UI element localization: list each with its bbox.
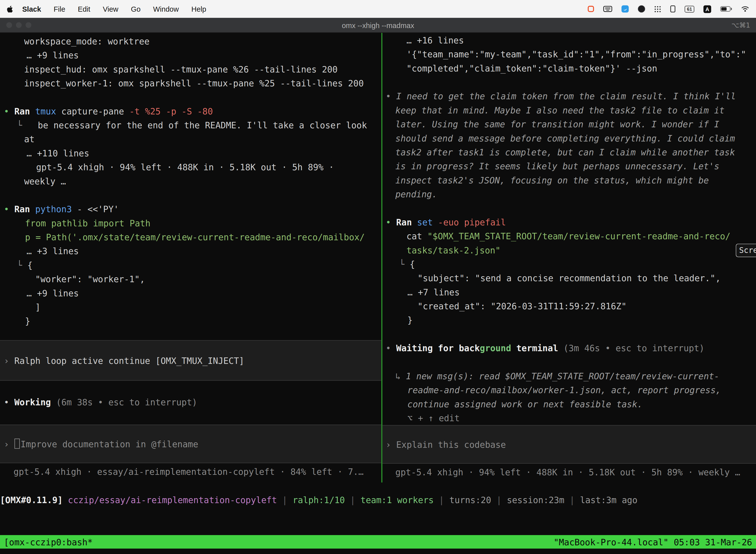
terminal-line: inspect_hud: omx sparkshell --tmux-pane … [0,62,381,76]
tmux-panes: workspace_mode: worktree… +9 linesinspec… [0,33,756,483]
minimize-button[interactable] [16,22,21,28]
terminal-line: • Ran tmux capture-pane -t %25 -p -S -80 [0,104,381,118]
terminal-line [382,75,756,89]
terminal-line: later. Using the same for transition mig… [382,117,756,131]
terminal-line: } [0,314,381,328]
terminal-line: • I need to get the claim token from the… [382,89,756,103]
omx-hud-status-line: [OMX#0.11.9] cczip/essay/ai-reimplementa… [0,493,756,507]
terminal-line: p = Path('.omx/state/team/review-current… [0,230,381,244]
menubar-status-icons: 61 A [588,5,749,13]
menu-edit[interactable]: Edit [78,5,90,13]
terminal-line: task2 after task1 is complete, but can I… [382,145,756,159]
terminal-line: gpt-5.4 xhigh · 94% left · 488K in · 5.1… [0,160,381,174]
terminal-line: weekly … [0,174,381,188]
terminal-line: "created_at": "2026-03-31T11:59:27.816Z" [382,299,756,313]
terminal-app-icon[interactable] [638,5,645,12]
close-button[interactable] [6,22,12,28]
tmux-status-bar: [omx-cczip0:bash* "MacBook-Pro-44.local"… [0,535,756,549]
terminal-line: tasks/task-2.json" [382,243,756,257]
menu-view[interactable]: View [103,5,119,13]
menu-go[interactable]: Go [131,5,141,13]
terminal-line [0,90,381,104]
menu-window[interactable]: Window [153,5,179,13]
input-source-icon[interactable]: A [703,5,711,13]
menu-file[interactable]: File [54,5,65,13]
terminal-line: ↳ 1 new msg(s): read $OMX_TEAM_STATE_ROO… [382,369,756,383]
terminal-line: ] [0,300,381,314]
terminal-line: inspect_worker-1: omx sparkshell --tmux-… [0,76,381,90]
terminal-line: • Ran set -euo pipefail [382,215,756,229]
composer-input-right[interactable]: › Explain this codebase [382,425,756,464]
terminal-line: … +3 lines [0,244,381,258]
composer-text-left: › Improve documentation in @filename [0,437,381,451]
active-app-menu[interactable]: Slack [22,5,41,13]
terminal-line [382,355,756,369]
terminal-line: continue assigned work or next feasible … [382,397,756,411]
terminal-line: └ { [382,257,756,271]
window-shortcut-hint: ⌥⌘1 [732,21,750,29]
terminal-line: is in progress? It seems likely but perh… [382,159,756,173]
terminal-line: … +7 lines [382,285,756,299]
window-titlebar: omx --xhigh --madmax ⌥⌘1 [0,18,756,33]
screen: Slack File Edit View Go Window Help [0,0,756,554]
terminal-line: "subject": "send a concise recommendatio… [382,271,756,285]
terminal-line: } [382,313,756,327]
terminal-line [382,327,756,341]
banner-line: › Ralph loop active continue [OMX_TMUX_I… [0,353,381,367]
apple-menu-icon[interactable] [7,5,13,13]
terminal-line: "completed","claim_token":"claim-token"}… [382,61,756,75]
terminal-line: '{"team_name":"my-team","task_id":"1","f… [382,47,756,61]
battery-61-icon[interactable]: 61 [685,5,694,12]
composer-text-right: › Explain this codebase [382,437,756,451]
composer-input-left[interactable]: › Improve documentation in @filename [0,425,381,463]
terminal-line: from pathlib import Path [0,216,381,230]
terminal-line: … +16 lines [382,33,756,47]
terminal-line: keep that in mind. Maybe I also need the… [382,103,756,117]
terminal-line: cat "$OMX_TEAM_STATE_ROOT/team/review-cu… [382,229,756,243]
zoom-button[interactable] [25,22,31,28]
left-model-status: gpt-5.4 xhigh · essay/ai-reimplementatio… [0,465,381,479]
terminal-line: └ { [0,258,381,272]
terminal-line: readme-and-reco/mailbox/worker-1.json, a… [382,383,756,397]
macos-menubar: Slack File Edit View Go Window Help [0,0,756,18]
wifi-icon[interactable] [741,6,749,12]
screenshot-popup[interactable]: Scre [736,244,756,257]
menu-help[interactable]: Help [191,5,206,13]
right-model-status: gpt-5.4 xhigh · 94% left · 488K in · 5.1… [382,465,756,479]
terminal-line [0,188,381,202]
terminal-line: ⌥ + ↑ edit [382,411,756,425]
tmux-session-label: [omx-cczip0:bash* [4,537,93,547]
swift-icon[interactable] [622,5,629,12]
terminal-line: "worker": "worker-1", [0,272,381,286]
pane-left[interactable]: workspace_mode: worktree… +9 linesinspec… [0,33,381,483]
terminal-line: └ be necessary for the end of the README… [0,118,381,132]
tmux-host-clock-label: "MacBook-Pro-44.local" 05:03 31-Mar-26 [554,537,752,547]
battery-icon[interactable] [720,6,732,11]
menubar-left: Slack File Edit View Go Window Help [7,5,212,13]
window-title: omx --xhigh --madmax [0,21,756,29]
dots-grid-icon[interactable] [654,5,661,12]
terminal-line: … +110 lines [0,146,381,160]
terminal-line: workspace_mode: worktree [0,34,381,48]
keyboard-icon[interactable] [603,6,612,12]
terminal-line: • Waiting for background terminal (3m 46… [382,341,756,355]
terminal-line: at [0,132,381,146]
working-status: • Working (6m 38s • esc to interrupt) [0,395,381,409]
display-mirror-icon[interactable] [670,5,675,12]
terminal-line [382,201,756,215]
ralph-loop-banner: › Ralph loop active continue [OMX_TMUX_I… [0,340,381,381]
left-scrollback: workspace_mode: worktree… +9 linesinspec… [0,33,381,328]
terminal-line: … +9 lines [0,286,381,300]
right-scrollback: … +16 lines'{"team_name":"my-team","task… [382,33,756,425]
terminal-line: inspect task2's JSON, focusing on the st… [382,173,756,187]
viewport: Slack File Edit View Go Window Help [0,0,756,554]
terminal: workspace_mode: worktree… +9 linesinspec… [0,33,756,554]
terminal-line: should send a message before completing … [382,131,756,145]
terminal-line: pending. [382,187,756,201]
terminal-line: • Ran python3 - <<'PY' [0,202,381,216]
pane-right[interactable]: … +16 lines'{"team_name":"my-team","task… [382,33,756,483]
record-stop-icon[interactable] [588,6,594,12]
terminal-line: … +9 lines [0,48,381,62]
